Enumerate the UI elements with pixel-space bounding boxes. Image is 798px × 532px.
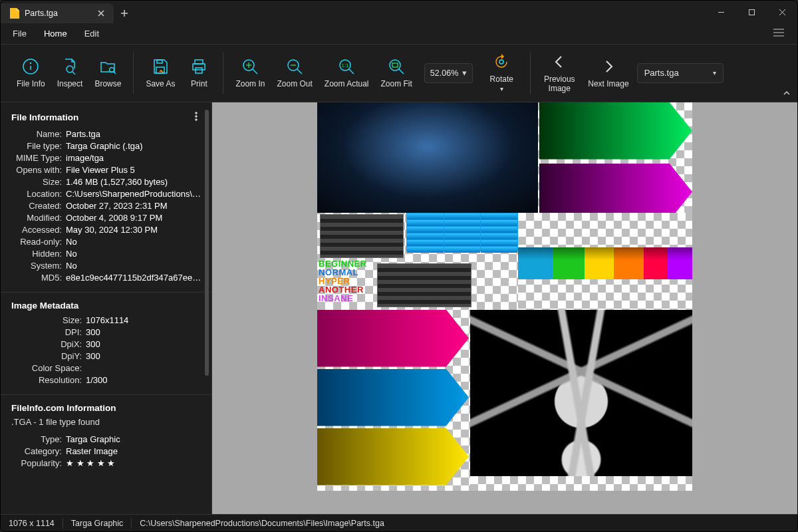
save-icon (151, 57, 170, 76)
zoom-fit-button[interactable]: Zoom Fit (377, 55, 416, 92)
status-format: Targa Graphic (63, 519, 132, 528)
browse-button[interactable]: Browse (90, 55, 125, 92)
fileinfo-heading: FileInfo.com Information (1, 396, 211, 416)
svg-point-13 (390, 60, 400, 70)
chevron-down-icon: ▾ (500, 85, 503, 92)
app-window: Parts.tga File Home Edit File Info (0, 0, 798, 532)
status-dimensions: 1076 x 1114 (1, 519, 63, 528)
folder-icon (98, 57, 117, 76)
zoom-level-combobox[interactable]: 52.06% ▾ (424, 63, 473, 83)
image-viewport[interactable]: BEGINNER NORMAL HYPER ANOTHER INSANE (212, 102, 797, 514)
tab-title: Parts.tga (25, 9, 90, 18)
image-metadata-list: Size:1076x1114 DPI:300 DpiX:300 DpiY:300… (1, 313, 211, 393)
previous-image-button[interactable]: Previous Image (539, 50, 580, 96)
menubar: File Home Edit (1, 23, 797, 45)
info-panel: File Information Name:Parts.tga File typ… (1, 102, 212, 514)
svg-point-16 (196, 112, 198, 114)
zoom-value: 52.06% (430, 68, 458, 78)
menu-edit[interactable]: Edit (76, 25, 107, 43)
svg-rect-7 (195, 60, 203, 64)
chevron-down-icon: ▾ (462, 68, 467, 78)
collapse-ribbon-button[interactable] (783, 89, 791, 99)
maximize-button[interactable] (736, 1, 767, 23)
difficulty-labels: BEGINNER NORMAL HYPER ANOTHER INSANE (319, 259, 367, 303)
zoom-out-button[interactable]: Zoom Out (273, 55, 316, 92)
file-search-icon (61, 57, 79, 76)
panel-scrollbar[interactable] (202, 108, 211, 514)
info-icon (21, 57, 40, 76)
svg-point-3 (66, 66, 73, 72)
svg-text:1:1: 1:1 (342, 63, 350, 68)
zoom-actual-icon: 1:1 (337, 57, 356, 76)
main-area: File Information Name:Parts.tga File typ… (1, 102, 797, 514)
chevron-down-icon: ▾ (713, 69, 716, 76)
window-controls (706, 1, 797, 23)
menu-home[interactable]: Home (36, 25, 75, 43)
menu-file[interactable]: File (5, 25, 35, 43)
close-window-button[interactable] (767, 1, 797, 23)
file-info-list: Name:Parts.tga File type:Targa Graphic (… (1, 127, 211, 291)
fileinfo-note: .TGA - 1 file type found (1, 416, 211, 432)
close-tab-button[interactable] (95, 7, 107, 19)
svg-point-15 (499, 60, 503, 64)
chevron-right-icon (599, 57, 618, 76)
rotate-button[interactable]: Rotate▾ (481, 50, 522, 96)
file-select-combobox[interactable]: Parts.tga ▾ (637, 63, 724, 83)
status-bar: 1076 x 1114 Targa Graphic C:\Users\Sharp… (1, 514, 797, 531)
fileinfo-list: Type:Targa Graphic Category:Raster Image… (1, 432, 211, 476)
titlebar: Parts.tga (1, 1, 797, 23)
svg-rect-0 (749, 9, 754, 15)
svg-point-18 (196, 118, 198, 120)
file-information-heading: File Information (11, 112, 78, 122)
rotate-icon (492, 53, 511, 71)
status-path: C:\Users\SharpenedProductions\Documents\… (132, 519, 392, 528)
svg-rect-8 (196, 68, 202, 73)
save-as-button[interactable]: Save As (142, 55, 179, 92)
image-canvas: BEGINNER NORMAL HYPER ANOTHER INSANE (317, 102, 692, 491)
svg-point-17 (196, 115, 198, 117)
zoom-fit-icon (387, 57, 406, 76)
document-tab[interactable]: Parts.tga (1, 3, 114, 23)
zoom-in-icon (241, 57, 259, 76)
minimize-button[interactable] (706, 1, 736, 23)
zoom-in-button[interactable]: Zoom In (231, 55, 269, 92)
next-image-button[interactable]: Next Image (584, 55, 632, 92)
new-tab-button[interactable] (114, 3, 135, 23)
svg-rect-5 (157, 60, 162, 63)
chevron-left-icon (550, 53, 569, 71)
file-info-button[interactable]: File Info (13, 55, 49, 92)
svg-rect-14 (392, 63, 398, 67)
zoom-out-icon (285, 57, 304, 76)
zoom-actual-button[interactable]: 1:1 Zoom Actual (321, 55, 373, 92)
svg-point-2 (31, 63, 31, 63)
file-icon (10, 8, 19, 19)
inspect-button[interactable]: Inspect (53, 55, 87, 92)
print-button[interactable]: Print (183, 55, 215, 92)
panel-menu-button[interactable] (192, 112, 201, 123)
image-metadata-heading: Image Metadata (1, 294, 211, 313)
ribbon-toolbar: File Info Inspect Browse Save As Print (1, 45, 797, 102)
hamburger-menu-button[interactable] (764, 25, 793, 43)
print-icon (190, 57, 208, 76)
